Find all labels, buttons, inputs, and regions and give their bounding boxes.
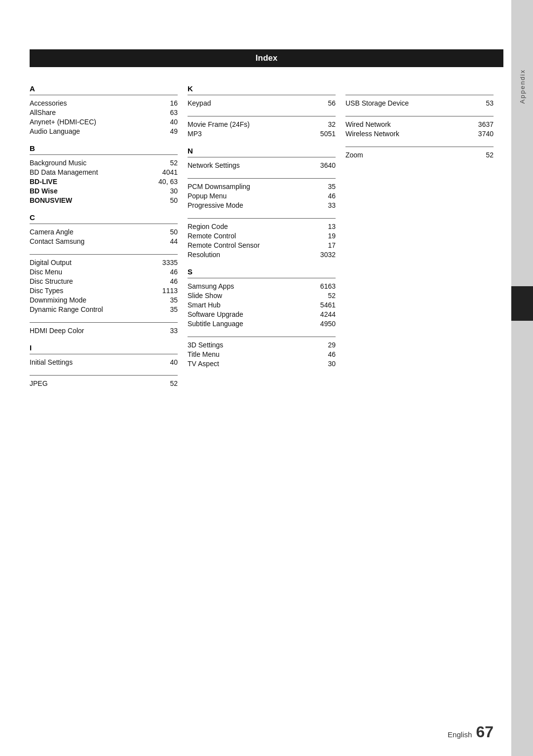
entry-page: 46 (170, 268, 178, 276)
entry-name: BD Data Management (30, 168, 98, 176)
section-letter-n: N (188, 147, 336, 155)
divider-w (345, 116, 494, 116)
entry-page: 40 (170, 358, 178, 366)
entry-name: Slide Show (188, 292, 222, 300)
page-container: Appendix Index A Accessories 16 AllShare… (0, 0, 533, 756)
entry-accessories: Accessories 16 (30, 99, 178, 107)
section-letter-s: S (188, 267, 336, 276)
divider-j (30, 375, 178, 376)
entry-name: Title Menu (188, 350, 220, 358)
entry-page: 32 (328, 120, 336, 128)
entry-page: 50 (170, 228, 178, 236)
entry-page: 33 (328, 201, 336, 209)
entry-keypad: Keypad 56 (188, 99, 336, 107)
index-columns: A Accessories 16 AllShare 63 Anynet+ (HD… (30, 82, 503, 389)
entry-page: 53 (486, 99, 494, 107)
entry-page: 19 (328, 232, 336, 240)
index-header: Index (30, 49, 503, 67)
entry-mp3: MP3 5051 (188, 130, 336, 138)
entry-name: Contact Samsung (30, 237, 84, 245)
entry-page: 4041 (162, 168, 178, 176)
entry-progressive-mode: Progressive Mode 33 (188, 201, 336, 209)
entry-page: 44 (170, 237, 178, 245)
entry-name: Subtitle Language (188, 320, 243, 328)
entry-page: 16 (170, 99, 178, 107)
entry-wireless-network: Wireless Network 3740 (345, 130, 494, 138)
entry-name: AllShare (30, 109, 56, 116)
column-1: A Accessories 16 AllShare 63 Anynet+ (HD… (30, 82, 188, 389)
entry-page: 52 (170, 159, 178, 167)
entry-name: Downmixing Mode (30, 296, 86, 304)
entry-disc-menu: Disc Menu 46 (30, 268, 178, 276)
entry-page: 40 (170, 118, 178, 126)
entry-movie-frame: Movie Frame (24Fs) 32 (188, 120, 336, 128)
appendix-label: Appendix (519, 69, 526, 104)
divider-i (30, 354, 178, 354)
entry-name: Disc Menu (30, 268, 62, 276)
divider-m (188, 116, 336, 116)
entry-name: Remote Control (188, 232, 236, 240)
entry-name: Popup Menu (188, 192, 227, 200)
entry-name: Digital Output (30, 259, 72, 266)
entry-page: 30 (170, 187, 178, 195)
entry-popup-menu: Popup Menu 46 (188, 192, 336, 200)
divider-a (30, 95, 178, 95)
entry-name: BD-LIVE (30, 178, 57, 186)
divider-r (188, 218, 336, 219)
entry-page: 5461 (320, 301, 336, 309)
entry-name: Initial Settings (30, 358, 73, 366)
entry-name: Anynet+ (HDMI-CEC) (30, 118, 96, 126)
divider-c (30, 224, 178, 224)
entry-page: 4950 (320, 320, 336, 328)
entry-samsung-apps: Samsung Apps 6163 (188, 282, 336, 290)
entry-downmixing: Downmixing Mode 35 (30, 296, 178, 304)
entry-name: MP3 (188, 130, 202, 138)
entry-resolution: Resolution 3032 (188, 251, 336, 259)
divider-s (188, 278, 336, 278)
section-letter-k: K (188, 84, 336, 93)
divider-t (188, 337, 336, 337)
divider-h (30, 322, 178, 323)
entry-disc-types: Disc Types 1113 (30, 287, 178, 295)
divider-k (188, 95, 336, 95)
entry-smart-hub: Smart Hub 5461 (188, 301, 336, 309)
entry-page: 46 (328, 350, 336, 358)
entry-network-settings: Network Settings 3640 (188, 161, 336, 169)
entry-region-code: Region Code 13 (188, 223, 336, 230)
entry-remote-sensor: Remote Control Sensor 17 (188, 241, 336, 249)
entry-name: Accessories (30, 99, 67, 107)
entry-page: 52 (328, 292, 336, 300)
entry-title-menu: Title Menu 46 (188, 350, 336, 358)
column-3: K USB Storage Device 53 Wired Network 36… (345, 82, 503, 389)
divider-z (345, 147, 494, 147)
entry-page: 3335 (162, 259, 178, 266)
entry-name: Audio Language (30, 127, 80, 135)
section-letter-a: A (30, 84, 178, 93)
entry-slide-show: Slide Show 52 (188, 292, 336, 300)
entry-dynamic-range: Dynamic Range Control 35 (30, 305, 178, 313)
entry-page: 56 (328, 99, 336, 107)
entry-page: 4244 (320, 310, 336, 318)
entry-name: Network Settings (188, 161, 240, 169)
divider-u (345, 95, 494, 95)
entry-page: 13 (328, 223, 336, 230)
column-2: K Keypad 56 Movie Frame (24Fs) 32 MP3 50… (188, 82, 345, 389)
entry-name: Smart Hub (188, 301, 221, 309)
entry-page: 33 (170, 327, 178, 335)
main-content: Index A Accessories 16 AllShare 63 Anyne… (30, 49, 503, 389)
entry-page: 3640 (320, 161, 336, 169)
entry-hdmi: HDMI Deep Color 33 (30, 327, 178, 335)
entry-name: JPEG (30, 379, 48, 387)
entry-jpeg: JPEG 52 (30, 379, 178, 387)
entry-name: Software Upgrade (188, 310, 243, 318)
entry-page: 52 (170, 379, 178, 387)
entry-page: 35 (328, 183, 336, 190)
entry-name: 3D Settings (188, 341, 223, 349)
entry-name: BD Wise (30, 187, 58, 195)
section-letter-b: B (30, 144, 178, 152)
entry-page: 29 (328, 341, 336, 349)
entry-page: 40, 63 (158, 178, 178, 186)
entry-page: 46 (328, 192, 336, 200)
entry-name: PCM Downsampling (188, 183, 250, 190)
entry-name: BONUSVIEW (30, 196, 72, 204)
